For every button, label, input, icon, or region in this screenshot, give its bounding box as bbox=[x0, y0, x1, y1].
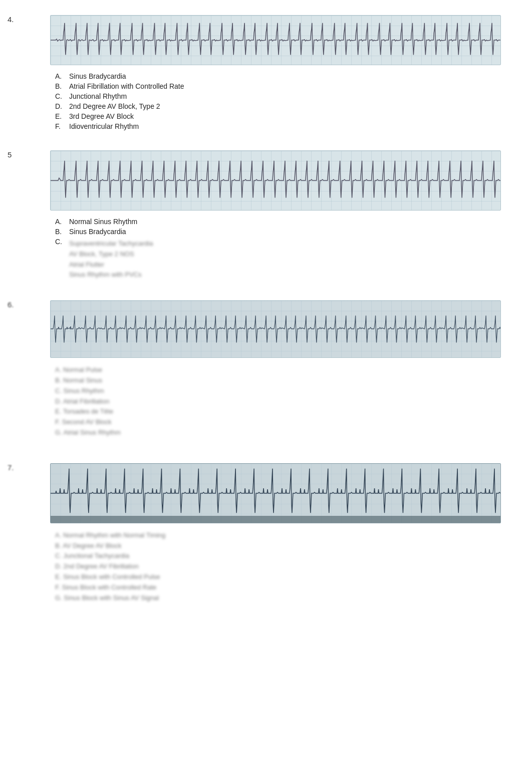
q4-answer-d: D. 2nd Degree AV Block, Type 2 bbox=[55, 102, 512, 110]
q7-content: A. Normal Rhythm with Normal Timing B. A… bbox=[50, 463, 512, 604]
q5-ecg-waveform bbox=[51, 151, 500, 210]
q7-blurred-answers: A. Normal Rhythm with Normal Timing B. A… bbox=[55, 530, 512, 604]
q4-ecg-waveform bbox=[51, 16, 500, 65]
q4-answer-c: C. Junctional Rhythm bbox=[55, 92, 512, 100]
question-6: 6. A. Normal Pulse B. Normal Sinus C. Si… bbox=[20, 300, 512, 438]
q5-answer-list: A. Normal Sinus Rhythm B. Sinus Bradycar… bbox=[55, 218, 512, 280]
q6-blurred-answers: A. Normal Pulse B. Normal Sinus C. Sinus… bbox=[55, 365, 512, 438]
q4-answer-list: A. Sinus Bradycardia B. Atrial Fibrillat… bbox=[55, 72, 512, 130]
q5-blurred-options: Supraventricular Tachycardia AV Block, T… bbox=[69, 239, 153, 280]
q4-letter-a: A. bbox=[55, 72, 69, 80]
question-5: 5 A. Normal Sinus Rhythm B. Sinus Bradyc… bbox=[20, 150, 512, 280]
q4-number: 4. bbox=[8, 15, 14, 24]
q4-letter-b: B. bbox=[55, 82, 69, 90]
q4-answer-e: E. 3rd Degree AV Block bbox=[55, 112, 512, 120]
q4-letter-d: D. bbox=[55, 102, 69, 110]
q7-number: 7. bbox=[8, 463, 14, 472]
q6-number: 6. bbox=[8, 300, 14, 309]
q5-ecg-strip bbox=[50, 150, 501, 211]
q4-letter-f: F. bbox=[55, 122, 69, 130]
q6-ecg-waveform bbox=[51, 301, 500, 357]
q5-number: 5 bbox=[8, 150, 12, 159]
q5-answer-a: A. Normal Sinus Rhythm bbox=[55, 218, 512, 226]
q4-answer-a: A. Sinus Bradycardia bbox=[55, 72, 512, 80]
q4-content: A. Sinus Bradycardia B. Atrial Fibrillat… bbox=[50, 15, 512, 130]
q5-content: A. Normal Sinus Rhythm B. Sinus Bradycar… bbox=[50, 150, 512, 280]
q7-ecg-dark-band bbox=[51, 516, 500, 523]
q7-ecg-strip bbox=[50, 463, 501, 523]
q4-letter-e: E. bbox=[55, 112, 69, 120]
q7-ecg-waveform bbox=[51, 464, 500, 523]
q5-answer-b: B. Sinus Bradycardia bbox=[55, 228, 512, 236]
question-4: 4. A. Sinus Bradycardia B. Atrial Fibril… bbox=[20, 15, 512, 130]
q4-answer-f: F. Idioventricular Rhythm bbox=[55, 122, 512, 130]
q4-letter-c: C. bbox=[55, 92, 69, 100]
q4-ecg-strip bbox=[50, 15, 501, 65]
q4-answer-b: B. Atrial Fibrillation with Controlled R… bbox=[55, 82, 512, 90]
q6-ecg-strip bbox=[50, 300, 501, 358]
question-7: 7. A. Normal Rhythm with Normal Timing B… bbox=[20, 463, 512, 604]
q5-answer-c: C. Supraventricular Tachycardia AV Block… bbox=[55, 238, 512, 280]
q6-content: A. Normal Pulse B. Normal Sinus C. Sinus… bbox=[50, 300, 512, 438]
